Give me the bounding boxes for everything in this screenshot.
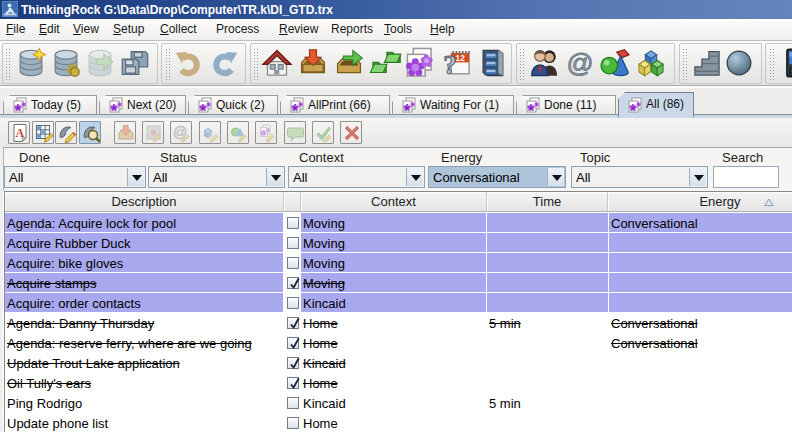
svg-text:12: 12 [456,54,466,63]
svg-text:A: A [15,126,24,140]
svg-text:@: @ [566,48,593,78]
svg-text:?: ? [443,50,456,79]
